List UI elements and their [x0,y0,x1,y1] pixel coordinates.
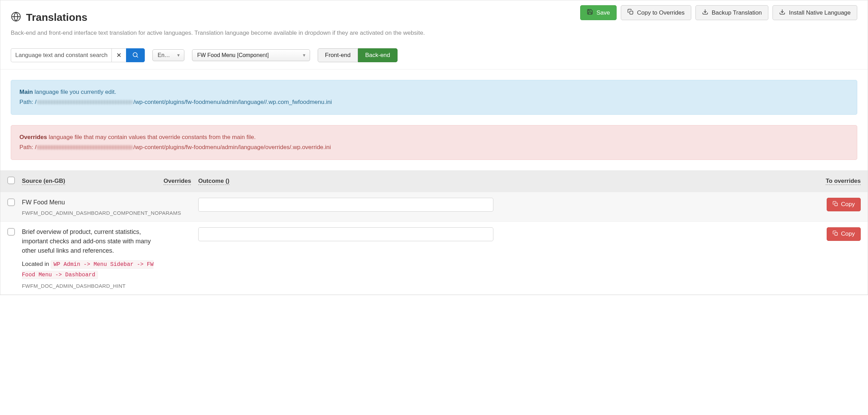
column-overrides[interactable]: Overrides [164,178,191,185]
copy-button[interactable]: Copy [827,198,861,211]
chevron-down-icon: ▼ [176,53,181,58]
download-icon [702,9,708,17]
source-text: Brief overview of product, current stati… [22,227,157,255]
column-to-overrides[interactable]: To overrides [826,178,861,185]
svg-point-4 [133,52,137,57]
svg-line-5 [137,56,138,57]
frontend-toggle[interactable]: Front-end [318,48,358,62]
install-native-language-button[interactable]: Install Native Language [773,5,857,20]
table-row: FW Food Menu FWFM_DOC_ADMIN_DASHBOARD_CO… [0,192,868,222]
column-outcome[interactable]: Outcome () [198,178,229,185]
install-native-language-label: Install Native Language [789,9,851,16]
main-file-path-label: Path: [19,99,33,105]
constant-name: FWFM_DOC_ADMIN_DASHBOARD_COMPONENT_NOPAR… [22,210,157,216]
globe-icon [11,11,21,23]
install-icon [779,9,785,17]
language-select[interactable]: En… ▼ [152,49,184,61]
overrides-file-alert: Overrides language file that may contain… [11,125,857,160]
svg-rect-6 [835,203,837,206]
table-header: Source (en-GB) Overrides Outcome () To o… [0,170,868,192]
frontend-backend-toggle: Front-end Back-end [318,48,398,62]
save-icon [587,9,593,17]
main-file-path-suffix: /wp-content/plugins/fw-foodmenu/admin/la… [133,99,332,105]
component-select[interactable]: FW Food Menu [Component] ▼ [192,49,310,61]
search-button[interactable] [126,48,145,62]
table-row: Brief overview of product, current stati… [0,222,868,295]
svg-rect-7 [835,233,837,235]
backend-toggle[interactable]: Back-end [358,48,398,62]
save-button[interactable]: Save [580,5,617,20]
chevron-down-icon: ▼ [302,53,306,58]
language-select-value: En… [158,52,170,58]
outcome-input[interactable] [198,198,493,212]
copy-icon [833,230,838,238]
page-title: Translations [26,11,87,23]
overrides-file-path-prefix: / [35,144,36,150]
overrides-file-strong: Overrides [19,134,47,140]
copy-icon [833,201,838,208]
overrides-file-path-blur [37,145,133,149]
close-icon: ✕ [116,51,122,59]
main-file-strong: Main [19,89,33,95]
svg-rect-1 [629,11,633,14]
row-checkbox[interactable] [7,198,15,206]
search-icon [132,51,139,59]
copy-to-overrides-button[interactable]: Copy to Overrides [621,5,691,20]
overrides-file-text: language file that may contain values th… [49,134,256,140]
copy-to-overrides-label: Copy to Overrides [637,9,685,16]
main-file-text: language file you currently edit. [34,89,116,95]
row-checkbox[interactable] [7,228,15,236]
copy-icon [627,9,634,17]
clear-search-button[interactable]: ✕ [111,48,126,62]
select-all-checkbox[interactable] [7,177,15,184]
copy-button[interactable]: Copy [827,227,861,241]
outcome-input[interactable] [198,227,493,241]
search-input[interactable] [11,48,111,62]
main-file-path-blur [37,100,133,104]
page-subtitle: Back-end and front-end interface text tr… [11,30,425,36]
column-source[interactable]: Source (en-GB) [22,178,65,185]
copy-button-label: Copy [841,201,855,208]
main-file-alert: Main language file you currently edit. P… [11,80,857,115]
backup-translation-label: Backup Translation [712,9,762,16]
source-text: FW Food Menu [22,198,157,207]
located-label: Located in [22,261,49,267]
constant-name: FWFM_DOC_ADMIN_DASHBOARD_HINT [22,283,157,289]
copy-button-label: Copy [841,230,855,237]
save-button-label: Save [596,9,610,16]
backup-translation-button[interactable]: Backup Translation [695,5,769,20]
main-file-path-prefix: / [35,99,36,105]
overrides-file-path-suffix: /wp-content/plugins/fw-foodmenu/admin/la… [133,144,331,150]
overrides-file-path-label: Path: [19,144,33,150]
component-select-value: FW Food Menu [Component] [197,52,269,58]
